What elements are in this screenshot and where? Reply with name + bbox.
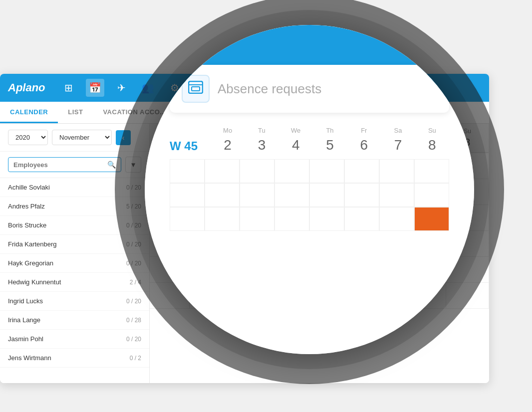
search-input[interactable] xyxy=(13,161,104,169)
grid-icon[interactable]: ⊞ xyxy=(61,79,76,97)
list-item[interactable]: Hayk Gregorian 0 / 20 xyxy=(0,254,149,273)
mini-calendar-grid xyxy=(170,159,449,231)
grid-cell xyxy=(205,207,240,231)
mini-day-headers: Mo 2 Tu 3 We 4 Th 5 Fr 6 xyxy=(211,127,449,153)
circle-content: Absence requests 1 W 45 Mo 2 Tu 3 We 4 xyxy=(170,65,449,329)
grid-cell xyxy=(170,159,205,183)
grid-cell xyxy=(240,183,274,207)
grid-cell xyxy=(170,207,205,231)
absence-title: Absence requests xyxy=(218,81,321,97)
grid-cell xyxy=(379,207,414,231)
filter-button[interactable]: ▼ xyxy=(125,157,141,173)
employees-search: 🔍 ▼ xyxy=(0,152,149,178)
prev-arrow[interactable]: ‹ xyxy=(116,130,131,145)
absence-icon-box xyxy=(182,75,210,103)
absence-modal: Absence requests 1 W 45 Mo 2 Tu 3 We 4 xyxy=(145,25,474,354)
grid-cell xyxy=(205,183,240,207)
grid-cell xyxy=(170,183,205,207)
app-logo: Aplano xyxy=(8,81,45,94)
list-item[interactable]: Ingrid Lucks 0 / 20 xyxy=(0,292,149,311)
grid-cell-orange xyxy=(414,207,449,231)
grid-cell xyxy=(274,159,309,183)
mini-day-we: We 4 xyxy=(279,127,313,153)
grid-cell xyxy=(414,183,449,207)
list-item[interactable]: Jasmin Pohl 0 / 20 xyxy=(0,330,149,349)
grid-cell xyxy=(414,159,449,183)
list-item[interactable]: Irina Lange 0 / 28 xyxy=(0,311,149,330)
grid-cell xyxy=(274,183,309,207)
sidebar: 2020 2019 2021 November January February… xyxy=(0,124,150,383)
grid-cell xyxy=(344,207,379,231)
tab-calender[interactable]: CALENDER xyxy=(0,102,58,123)
list-item[interactable]: Boris Strucke 0 / 20 xyxy=(0,216,149,235)
grid-cell xyxy=(205,159,240,183)
grid-cell xyxy=(309,159,344,183)
notification-badge: 1 xyxy=(438,60,454,76)
grid-cell xyxy=(379,159,414,183)
mini-day-sa: Sa 7 xyxy=(381,127,415,153)
calendar-icon[interactable]: 📅 xyxy=(86,79,104,97)
mini-day-tu: Tu 3 xyxy=(245,127,278,153)
mini-day-su: Su 8 xyxy=(415,127,449,153)
month-select[interactable]: November January February March October … xyxy=(52,130,112,145)
mini-calendar-header: W 45 Mo 2 Tu 3 We 4 Th 5 xyxy=(170,127,449,153)
grid-cell xyxy=(344,183,379,207)
mini-day-mo: Mo 2 xyxy=(211,127,245,153)
grid-cell xyxy=(309,207,344,231)
svg-rect-2 xyxy=(192,87,200,91)
grid-cell xyxy=(379,183,414,207)
mini-week-label: W 45 xyxy=(170,139,205,153)
list-item[interactable]: Achille Sovlaki 0 / 20 xyxy=(0,178,149,197)
absence-requests-card[interactable]: Absence requests 1 xyxy=(170,65,449,113)
search-icon: 🔍 xyxy=(107,161,116,169)
date-controls: 2020 2019 2021 November January February… xyxy=(0,124,149,152)
filter-icon: ▼ xyxy=(130,161,136,169)
mini-day-fr: Fr 6 xyxy=(347,127,381,153)
employee-list: Achille Sovlaki 0 / 20 Andres Pfalz 5 / … xyxy=(0,178,149,368)
grid-cell xyxy=(240,159,274,183)
mini-day-th: Th 5 xyxy=(313,127,347,153)
list-item[interactable]: Jens Wirtmann 0 / 2 xyxy=(0,349,149,368)
grid-cell xyxy=(309,183,344,207)
list-item[interactable]: Hedwig Kunnentut 2 / 4 xyxy=(0,273,149,292)
plane-icon[interactable]: ✈ xyxy=(114,79,129,97)
grid-cell xyxy=(344,159,379,183)
grid-cell xyxy=(240,207,274,231)
grid-cell xyxy=(274,207,309,231)
list-item[interactable]: Frida Kartenberg 0 / 20 xyxy=(0,235,149,254)
year-select[interactable]: 2020 2019 2021 xyxy=(8,130,48,145)
list-item[interactable]: Andres Pfalz 5 / 20 xyxy=(0,197,149,216)
tab-list[interactable]: LIST xyxy=(58,102,93,123)
search-input-wrapper[interactable]: 🔍 xyxy=(8,157,121,172)
absence-icon xyxy=(188,81,203,97)
grid-cell xyxy=(446,283,489,309)
